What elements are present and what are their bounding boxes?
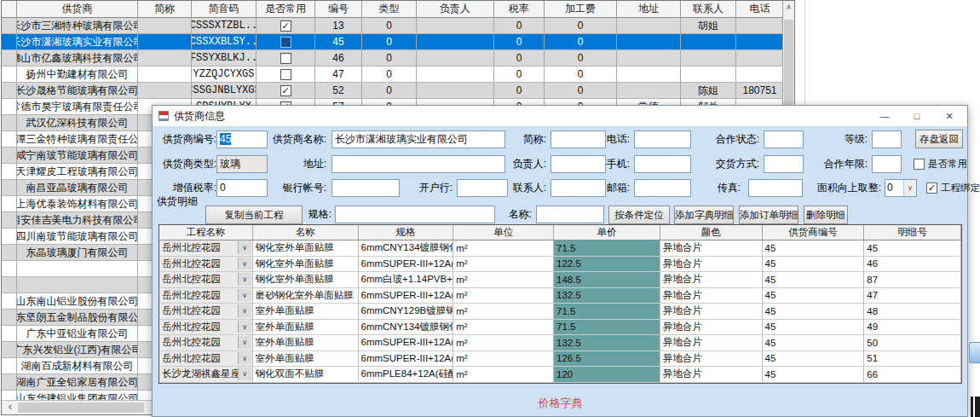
col-name[interactable]: 名称 xyxy=(253,225,359,240)
coop-years-input[interactable] xyxy=(872,155,902,173)
common-checkbox[interactable]: ✓ xyxy=(280,20,291,32)
scroll-left-icon[interactable]: ‹ xyxy=(3,401,17,414)
combo-arrow-icon[interactable]: ∨ xyxy=(238,304,251,317)
area-round-dropdown[interactable]: 0∨ xyxy=(885,179,917,197)
col-color[interactable]: 颜色 xyxy=(660,225,763,240)
col-fee[interactable]: 加工费 xyxy=(545,1,617,17)
supplier-row[interactable]: 佛山市亿鑫玻璃科技有限公司FSSYXBLKJ..46000 xyxy=(2,50,794,67)
supplier-no-input[interactable]: 45 xyxy=(216,130,268,148)
combo-arrow-icon[interactable]: ∨ xyxy=(238,241,251,254)
project-combo[interactable]: 岳州北控花园∨ xyxy=(159,304,253,320)
common-use-checkbox[interactable] xyxy=(914,159,925,170)
project-combo[interactable]: 岳州北控花园∨ xyxy=(159,351,253,368)
combo-arrow-icon[interactable]: ∨ xyxy=(238,273,251,286)
project-combo[interactable]: 岳州北控花园∨ xyxy=(159,320,253,336)
bank-no-input[interactable] xyxy=(331,179,400,197)
col-common[interactable]: 是否常用 xyxy=(257,1,315,17)
project-bind-checkbox[interactable]: ✓ xyxy=(926,182,937,194)
delivery-input[interactable] xyxy=(764,155,804,173)
common-checkbox[interactable] xyxy=(280,53,291,64)
close-button[interactable]: ✕ xyxy=(933,106,966,126)
vat-input[interactable]: 0 xyxy=(216,179,268,197)
project-combo[interactable]: 岳州北控花园∨ xyxy=(159,288,253,304)
email-input[interactable] xyxy=(634,179,691,197)
combo-arrow-icon[interactable]: ∨ xyxy=(238,289,251,302)
background-window-fragment-button[interactable] xyxy=(969,342,980,363)
unit-price-cell[interactable]: 71.5 xyxy=(554,240,660,257)
col-addr[interactable]: 地址 xyxy=(617,1,681,17)
project-combo[interactable]: 岳州北控花园∨ xyxy=(159,257,253,273)
common-checkbox[interactable]: ✓ xyxy=(280,85,291,96)
scroll-up-icon[interactable]: ∧ xyxy=(783,1,794,14)
spec-filter-input[interactable] xyxy=(335,206,495,223)
detail-row[interactable]: 岳州北控花园∨钢化室外单面贴膜6mm白玻+1.14PVB+6mm..m²148.… xyxy=(159,272,961,288)
detail-row[interactable]: 岳州北控花园∨磨砂钢化室外单面贴膜6mmSUPER-III+12A(硅..m²1… xyxy=(159,288,961,304)
unit-price-cell[interactable]: 120 xyxy=(554,367,660,383)
save-return-button[interactable]: 存盘返回 xyxy=(915,130,963,148)
coop-status-input[interactable] xyxy=(764,130,804,148)
add-order-detail-button[interactable]: 添加订单明细 xyxy=(739,206,798,224)
dropdown-arrow-icon[interactable]: ∨ xyxy=(903,180,916,196)
col-code[interactable]: 简音码 xyxy=(192,1,257,17)
col-contact[interactable]: 联系人 xyxy=(681,1,736,17)
supplier-row[interactable]: 长沙市三湘特种玻璃有限公司CSSSXTZBL..✓13000胡姐 xyxy=(2,18,794,34)
col-unit[interactable]: 单位 xyxy=(453,225,554,240)
unit-price-cell[interactable]: 122.5 xyxy=(554,257,660,273)
col-project[interactable]: 工程名称 xyxy=(159,225,253,240)
address-input[interactable] xyxy=(331,155,505,173)
col-phone[interactable]: 电话 xyxy=(736,1,784,17)
maximize-button[interactable]: □ xyxy=(901,106,933,126)
minimize-button[interactable]: — xyxy=(868,106,901,126)
unit-price-cell[interactable]: 132.5 xyxy=(554,335,660,351)
supplier-row-selected[interactable]: 长沙市潇湘玻璃实业有限公司CSSXXBLSY..45000 xyxy=(2,34,794,50)
col-leader[interactable]: 负责人 xyxy=(417,1,494,17)
detail-row[interactable]: 岳州北控花园∨室外单面贴膜6mmCNY134镀膜钢化m²71.5异地合片4549 xyxy=(159,320,961,336)
detail-row[interactable]: 岳州北控花园∨室外单面贴膜6mmCNY129B镀膜钢化m²71.5异地合片454… xyxy=(159,304,961,320)
phone-input[interactable] xyxy=(634,130,691,148)
combo-arrow-icon[interactable]: ∨ xyxy=(238,258,251,270)
col-spec[interactable]: 规格 xyxy=(359,225,454,240)
project-combo[interactable]: 岳州北控花园∨ xyxy=(159,272,253,288)
supplier-row[interactable]: 扬州中勤建材有限公司YZZQJCYXGS47000 xyxy=(2,67,794,83)
scrollbar-thumb[interactable] xyxy=(18,403,144,413)
common-checkbox[interactable] xyxy=(280,37,291,48)
common-checkbox[interactable] xyxy=(280,69,291,80)
detail-row[interactable]: 岳州北控花园∨室外单面贴膜6mmSUPER-III+12A(硅..m²132.5… xyxy=(159,335,961,351)
project-combo[interactable]: 岳州北控花园∨ xyxy=(159,240,253,257)
project-combo[interactable]: 岳州北控花园∨ xyxy=(159,335,253,351)
combo-arrow-icon[interactable]: ∨ xyxy=(238,321,251,333)
detail-row[interactable]: 岳州北控花园∨钢化室外单面贴膜6mmSUPER-III+12A(硅..m²122… xyxy=(159,257,961,273)
col-supplier-no[interactable]: 供货商编号 xyxy=(763,225,865,240)
supplier-type-input[interactable]: 玻璃 xyxy=(216,155,268,173)
col-abbr[interactable]: 简称 xyxy=(138,1,192,17)
fax-input[interactable] xyxy=(748,179,803,197)
locate-by-condition-button[interactable]: 按条件定位 xyxy=(608,206,670,224)
delete-detail-button[interactable]: 删除明细 xyxy=(804,206,848,224)
copy-project-button[interactable]: 复制当前工程 xyxy=(205,206,303,224)
supplier-name-input[interactable]: 长沙市潇湘玻璃实业有限公司 xyxy=(331,130,505,148)
unit-price-cell[interactable]: 132.5 xyxy=(554,288,660,304)
col-tax[interactable]: 税率 xyxy=(494,1,545,17)
detail-row[interactable]: 岳州北控花园∨室外单面贴膜6mmSUPER-III+12A(硅..m²126.5… xyxy=(159,351,961,368)
detail-row[interactable]: 长沙龙湖祺鑫星座∨钢化双面不贴膜6mmPLE84+12A(硅酮胶..m²120异… xyxy=(159,367,961,383)
name-filter-input[interactable] xyxy=(536,206,604,223)
col-supplier[interactable]: 供货商 xyxy=(17,1,138,17)
unit-price-cell[interactable]: 126.5 xyxy=(554,351,660,368)
combo-arrow-icon[interactable]: ∨ xyxy=(238,368,251,380)
grade-input[interactable] xyxy=(872,130,902,148)
col-price[interactable]: 单价 xyxy=(554,225,660,240)
mobile-input[interactable] xyxy=(634,155,691,173)
unit-price-cell[interactable]: 148.5 xyxy=(554,272,660,288)
detail-row[interactable]: 岳州北控花园∨钢化室外单面贴膜6mmCNY134镀膜钢化m²71.5异地合片45… xyxy=(159,240,961,257)
supplier-row[interactable]: 长沙晟格节能玻璃有限公司CSSGJNBLYXGS✓52000陈姐180751 xyxy=(2,83,794,99)
combo-arrow-icon[interactable]: ∨ xyxy=(238,336,251,349)
col-id[interactable]: 编号 xyxy=(315,1,362,17)
dialog-titlebar[interactable]: 供货商信息 — □ ✕ xyxy=(153,106,967,126)
col-type[interactable]: 类型 xyxy=(362,1,417,17)
project-combo[interactable]: 长沙龙湖祺鑫星座∨ xyxy=(159,367,253,383)
unit-price-cell[interactable]: 71.5 xyxy=(554,320,660,336)
add-dict-detail-button[interactable]: 添加字典明细 xyxy=(674,206,734,224)
combo-arrow-icon[interactable]: ∨ xyxy=(238,352,251,365)
unit-price-cell[interactable]: 71.5 xyxy=(554,304,660,320)
col-detail-no[interactable]: 明细号 xyxy=(864,225,961,240)
